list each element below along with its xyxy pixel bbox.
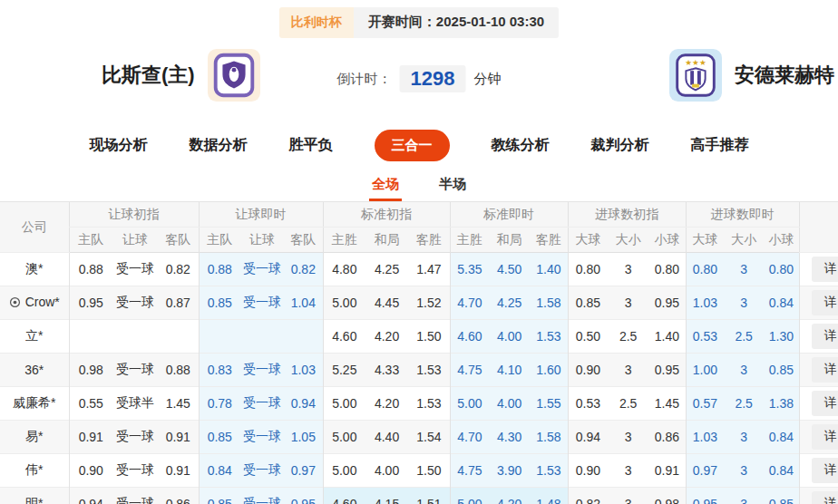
odds-cell-ou_live-2: 3 <box>724 286 764 320</box>
subcol-header-std_init-2: 和局 <box>365 228 408 253</box>
odds-cell-ou_init-3: 0.80 <box>648 253 686 286</box>
odds-cell-std_live-3: 1.53 <box>530 320 568 354</box>
nav-tab-6[interactable]: 裁判分析 <box>591 136 649 155</box>
odds-cell-hc_init-3: 0.86 <box>158 488 199 504</box>
detail-button[interactable]: 详 <box>812 357 838 383</box>
odds-cell-ou_init-2: 3 <box>608 253 648 286</box>
detail-button[interactable]: 详 <box>812 424 838 450</box>
odds-cell-hc_init-3: 0.82 <box>158 253 199 286</box>
nav-tab-5[interactable]: 教练分析 <box>492 136 550 155</box>
subtab-2[interactable]: 半场 <box>436 169 469 201</box>
odds-table-head: 公司让球初指让球即时标准初指标准即时进球数初指进球数即时主队让球客队主队让球客队… <box>0 202 838 253</box>
odds-cell-hc_init-3: 0.91 <box>158 454 199 488</box>
odds-cell-ou_live-1: 1.03 <box>686 421 724 454</box>
odds-cell-hc_live-2: 受一球 <box>240 454 284 488</box>
odds-cell-hc_init-3: 0.88 <box>158 354 199 387</box>
odds-cell-std_init-2: 4.25 <box>365 253 408 286</box>
odds-cell-ou_init-2: 3 <box>608 421 648 454</box>
period-subtabs: 全场半场 <box>0 169 838 202</box>
odds-cell-ou_live-1: 0.97 <box>686 454 724 488</box>
odds-cell-ou_live-2: 3 <box>724 253 764 286</box>
odds-cell-std_live-2: 4.10 <box>489 354 530 387</box>
company-cell: 立* <box>0 320 69 354</box>
detail-button[interactable]: 详 <box>812 257 838 282</box>
odds-cell-std_init-2: 4.20 <box>365 320 408 354</box>
odds-cell-std_live-3: 1.58 <box>530 421 568 454</box>
subcol-header-std_init-1: 主胜 <box>323 228 365 253</box>
detail-button[interactable]: 详 <box>812 458 838 483</box>
odds-cell-hc_init-2: 受一球 <box>112 454 158 488</box>
subcol-header-std_init-3: 客胜 <box>408 228 450 253</box>
odds-cell-ou_live-2: 3 <box>724 454 764 488</box>
odds-cell-ou_live-1: 1.00 <box>686 354 724 387</box>
odds-cell-std_live-3: 1.40 <box>530 253 568 286</box>
company-cell: 36* <box>0 354 69 387</box>
odds-cell-ou_init-1: 0.50 <box>568 320 608 354</box>
subcol-header-hc_init-1: 主队 <box>69 228 112 253</box>
detail-header <box>799 202 838 253</box>
odds-cell-std_live-2: 4.25 <box>489 286 530 320</box>
odds-cell-hc_init-1: 0.88 <box>69 253 112 286</box>
kickoff-label: 开赛时间： <box>368 14 436 29</box>
odds-table-body: 澳*0.88受一球0.820.88受一球0.824.804.251.475.35… <box>0 253 838 504</box>
company-name: 36* <box>24 363 44 377</box>
odds-row-3: 立*4.604.201.504.604.001.530.502.51.400.5… <box>0 320 838 354</box>
nav-tab-7[interactable]: 高手推荐 <box>691 136 749 155</box>
group-header-ou_init: 进球数初指 <box>568 202 686 228</box>
odds-cell-ou_live-2: 3 <box>724 421 764 454</box>
subtab-1[interactable]: 全场 <box>369 169 402 201</box>
odds-cell-std_init-1: 4.60 <box>323 320 365 354</box>
odds-cell-ou_init-2: 2.5 <box>608 387 648 421</box>
away-team: ★★★ 安德莱赫特 <box>669 49 834 102</box>
detail-button[interactable]: 详 <box>812 290 838 315</box>
odds-cell-hc_init-2: 受一球 <box>112 421 158 454</box>
odds-cell-ou_live-3: 0.85 <box>764 488 799 504</box>
detail-button[interactable]: 详 <box>812 324 838 349</box>
nav-tab-1[interactable]: 现场分析 <box>90 136 148 155</box>
odds-cell-std_init-2: 4.15 <box>365 488 408 504</box>
svg-text:★★★: ★★★ <box>685 58 706 67</box>
company-cell: 威廉希* <box>0 387 69 421</box>
odds-cell-ou_init-2: 3 <box>608 488 648 504</box>
odds-cell-std_live-1: 4.75 <box>450 454 489 488</box>
odds-cell-hc_init-2: 受一球 <box>112 354 158 387</box>
company-name: 威廉希* <box>13 395 55 412</box>
odds-cell-ou_live-2: 3 <box>724 354 764 387</box>
odds-cell-ou_init-1: 0.90 <box>568 354 608 387</box>
nav-tab-3[interactable]: 胜平负 <box>289 136 333 155</box>
odds-cell-std_init-1: 5.00 <box>323 387 365 421</box>
odds-cell-ou_init-2: 2.5 <box>608 320 648 354</box>
odds-cell-std_init-2: 4.20 <box>365 387 408 421</box>
odds-cell-ou_init-2: 3 <box>608 454 648 488</box>
detail-button[interactable]: 详 <box>812 491 838 504</box>
odds-cell-hc_live-1: 0.85 <box>199 421 240 454</box>
odds-cell-ou_init-3: 0.98 <box>648 488 686 504</box>
odds-row-4: 36*0.98受一球0.880.83受一球1.035.254.331.534.7… <box>0 354 838 387</box>
odds-cell-hc_init-3: 0.87 <box>158 286 199 320</box>
kickoff-time: 开赛时间：2025-01-10 03:30 <box>354 7 559 38</box>
odds-cell-std_live-3: 1.60 <box>530 354 568 387</box>
away-team-badge-icon: ★★★ <box>669 49 722 102</box>
odds-cell-hc_init-1: 0.94 <box>69 488 112 504</box>
odds-cell-ou_live-3: 0.84 <box>764 286 799 320</box>
odds-cell-std_init-3: 1.54 <box>408 421 450 454</box>
odds-cell-hc_live-1: 0.84 <box>199 454 240 488</box>
detail-button[interactable]: 详 <box>812 391 838 416</box>
odds-cell-std_init-2: 4.00 <box>365 454 408 488</box>
nav-tab-4[interactable]: 三合一 <box>375 130 450 161</box>
nav-tabs: 现场分析数据分析胜平负三合一教练分析裁判分析高手推荐 <box>0 129 838 161</box>
odds-cell-hc_live-1: 0.78 <box>199 387 240 421</box>
company-name: Crow* <box>9 295 60 309</box>
odds-cell-std_live-1: 4.75 <box>450 354 489 387</box>
odds-cell-std_live-1: 4.70 <box>450 421 489 454</box>
odds-cell-hc_init-2: 受一球 <box>112 253 158 286</box>
nav-tab-2[interactable]: 数据分析 <box>190 136 248 155</box>
odds-row-6: 易*0.91受一球0.910.85受一球1.055.004.401.544.70… <box>0 421 838 454</box>
odds-cell-ou_live-2: 3 <box>724 488 764 504</box>
odds-cell-ou_live-3: 0.85 <box>764 354 799 387</box>
detail-cell: 详 <box>799 286 838 320</box>
odds-cell-std_live-2: 4.30 <box>489 421 530 454</box>
odds-cell-std_init-1: 5.00 <box>323 454 365 488</box>
subcol-header-std_live-3: 客胜 <box>530 228 568 253</box>
company-header: 公司 <box>0 202 69 253</box>
